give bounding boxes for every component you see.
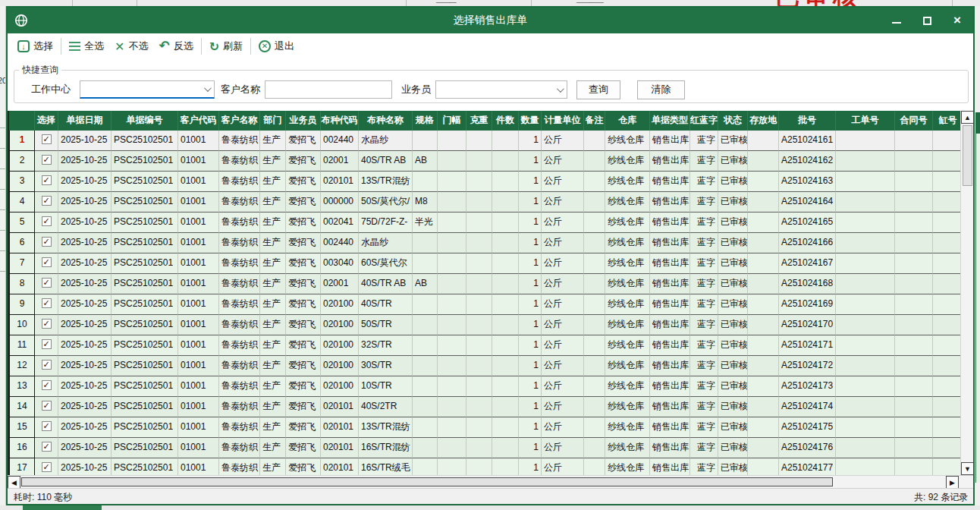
table-row[interactable]: 3✓2025-10-25PSC2510250101001鲁泰纺织生产爱招飞020… bbox=[9, 172, 960, 192]
column-header[interactable]: 批号 bbox=[779, 111, 836, 131]
row-checkbox[interactable]: ✓ bbox=[42, 216, 52, 226]
column-header[interactable]: 单据编号 bbox=[112, 111, 178, 131]
table-row[interactable]: 16✓2025-10-25PSC2510250101001鲁泰纺织生产爱招飞02… bbox=[9, 438, 960, 458]
column-header[interactable]: 客户名称 bbox=[219, 111, 260, 131]
column-header[interactable]: 规格 bbox=[413, 111, 438, 131]
row-checkbox[interactable]: ✓ bbox=[42, 175, 52, 185]
vertical-scrollbar[interactable]: ▲ ▼ bbox=[960, 111, 973, 475]
table-row[interactable]: 15✓2025-10-25PSC2510250101001鲁泰纺织生产爱招飞02… bbox=[9, 417, 960, 438]
horizontal-scrollbar[interactable]: ◀ ▶ bbox=[8, 475, 973, 488]
customer-name-input[interactable] bbox=[265, 80, 392, 99]
column-header[interactable]: 计量单位 bbox=[542, 111, 584, 131]
column-header[interactable]: 部门 bbox=[260, 111, 286, 131]
table-row[interactable]: 17✓2025-10-25PSC2510250101001鲁泰纺织生产爱招飞02… bbox=[9, 458, 960, 475]
cell-check[interactable]: ✓ bbox=[35, 438, 58, 458]
table-row[interactable]: 14✓2025-10-25PSC2510250101001鲁泰纺织生产爱招飞02… bbox=[9, 397, 960, 417]
column-header[interactable]: 缸号 bbox=[933, 111, 960, 131]
row-checkbox[interactable]: ✓ bbox=[42, 319, 52, 329]
row-checkbox[interactable]: ✓ bbox=[42, 421, 52, 431]
column-header[interactable]: 件数 bbox=[492, 111, 519, 131]
column-header[interactable]: 门幅 bbox=[438, 111, 466, 131]
row-checkbox[interactable]: ✓ bbox=[42, 196, 52, 206]
row-checkbox[interactable]: ✓ bbox=[42, 360, 52, 370]
cell-batch: A251024167 bbox=[779, 253, 836, 274]
column-header[interactable]: 备注 bbox=[584, 111, 605, 131]
cell-check[interactable]: ✓ bbox=[35, 417, 58, 438]
cell-unit: 公斤 bbox=[542, 315, 584, 335]
column-header[interactable]: 状态 bbox=[718, 111, 748, 131]
select-button[interactable]: ↓ 选择 bbox=[12, 37, 58, 55]
scroll-down-arrow[interactable]: ▼ bbox=[961, 462, 974, 475]
column-header[interactable]: 工单号 bbox=[836, 111, 895, 131]
cell-check[interactable]: ✓ bbox=[35, 356, 58, 376]
vertical-scroll-thumb[interactable] bbox=[963, 125, 972, 186]
row-checkbox[interactable]: ✓ bbox=[42, 257, 52, 267]
cell-check[interactable]: ✓ bbox=[35, 294, 58, 315]
search-button[interactable]: 查询 bbox=[576, 80, 620, 99]
cell-check[interactable]: ✓ bbox=[35, 315, 58, 335]
maximize-button[interactable] bbox=[922, 15, 932, 26]
row-checkbox[interactable]: ✓ bbox=[42, 237, 52, 247]
deselect-button[interactable]: ✕ 不选 bbox=[109, 37, 153, 56]
table-row[interactable]: 2✓2025-10-25PSC2510250101001鲁泰纺织生产爱招飞020… bbox=[9, 151, 960, 172]
cell-check[interactable]: ✓ bbox=[35, 131, 58, 151]
column-header[interactable]: 数量 bbox=[519, 111, 542, 131]
row-checkbox[interactable]: ✓ bbox=[42, 298, 52, 308]
column-header[interactable]: 存放地 bbox=[748, 111, 779, 131]
exit-button[interactable]: ✕ 退出 bbox=[253, 37, 300, 55]
scroll-left-arrow[interactable]: ◀ bbox=[8, 476, 20, 489]
table-row[interactable]: 8✓2025-10-25PSC2510250101001鲁泰纺织生产爱招飞020… bbox=[9, 274, 960, 294]
table-row[interactable]: 12✓2025-10-25PSC2510250101001鲁泰纺织生产爱招飞02… bbox=[9, 356, 960, 376]
column-header[interactable]: 单据类型 bbox=[650, 111, 690, 131]
column-header[interactable]: 业务员 bbox=[286, 111, 321, 131]
scroll-right-arrow[interactable]: ▶ bbox=[946, 476, 959, 489]
cell-check[interactable]: ✓ bbox=[35, 233, 58, 253]
row-checkbox[interactable]: ✓ bbox=[42, 339, 52, 349]
column-header[interactable]: 客户代码 bbox=[178, 111, 219, 131]
column-header[interactable]: 布种名称 bbox=[359, 111, 413, 131]
table-row[interactable]: 13✓2025-10-25PSC2510250101001鲁泰纺织生产爱招飞02… bbox=[9, 376, 960, 397]
cell-check[interactable]: ✓ bbox=[35, 212, 58, 233]
table-row[interactable]: 11✓2025-10-25PSC2510250101001鲁泰纺织生产爱招飞02… bbox=[9, 335, 960, 356]
table-row[interactable]: 7✓2025-10-25PSC2510250101001鲁泰纺织生产爱招飞003… bbox=[9, 253, 960, 274]
row-checkbox[interactable]: ✓ bbox=[42, 462, 52, 472]
column-header[interactable]: 合同号 bbox=[895, 111, 933, 131]
row-checkbox[interactable]: ✓ bbox=[42, 442, 52, 452]
column-header[interactable]: 单据日期 bbox=[58, 111, 112, 131]
table-row[interactable]: 1✓2025-10-25PSC2510250101001鲁泰纺织生产爱招飞002… bbox=[9, 131, 960, 151]
cell-check[interactable]: ✓ bbox=[35, 172, 58, 192]
row-checkbox[interactable]: ✓ bbox=[42, 278, 52, 288]
select-all-button[interactable]: 全选 bbox=[64, 37, 109, 55]
table-row[interactable]: 4✓2025-10-25PSC2510250101001鲁泰纺织生产爱招飞000… bbox=[9, 192, 960, 212]
close-button[interactable]: × bbox=[952, 15, 963, 26]
refresh-button[interactable]: ↻ 刷新 bbox=[204, 37, 248, 56]
cell-check[interactable]: ✓ bbox=[35, 397, 58, 417]
table-row[interactable]: 9✓2025-10-25PSC2510250101001鲁泰纺织生产爱招飞020… bbox=[9, 294, 960, 315]
cell-check[interactable]: ✓ bbox=[35, 335, 58, 356]
column-header[interactable]: 克重 bbox=[466, 111, 492, 131]
salesman-combobox[interactable] bbox=[435, 80, 567, 99]
cell-check[interactable]: ✓ bbox=[35, 192, 58, 212]
table-row[interactable]: 6✓2025-10-25PSC2510250101001鲁泰纺织生产爱招飞002… bbox=[9, 233, 960, 253]
cell-check[interactable]: ✓ bbox=[35, 274, 58, 294]
column-header[interactable]: 仓库 bbox=[605, 111, 650, 131]
invert-selection-button[interactable]: ↶ 反选 bbox=[153, 36, 198, 57]
row-checkbox[interactable]: ✓ bbox=[42, 380, 52, 390]
column-header[interactable]: 选择 bbox=[35, 111, 58, 131]
cell-check[interactable]: ✓ bbox=[35, 376, 58, 397]
clear-button[interactable]: 清除 bbox=[637, 80, 685, 99]
column-header[interactable]: 布种代码 bbox=[321, 111, 359, 131]
cell-check[interactable]: ✓ bbox=[35, 253, 58, 274]
row-checkbox[interactable]: ✓ bbox=[42, 401, 52, 411]
row-checkbox[interactable]: ✓ bbox=[42, 134, 52, 144]
work-center-combobox[interactable] bbox=[80, 80, 215, 99]
minimize-button[interactable] bbox=[891, 15, 902, 26]
horizontal-scroll-thumb[interactable] bbox=[21, 477, 833, 486]
row-checkbox[interactable]: ✓ bbox=[42, 155, 52, 165]
scroll-up-arrow[interactable]: ▲ bbox=[961, 111, 974, 124]
column-header[interactable]: 红蓝字 bbox=[690, 111, 718, 131]
cell-check[interactable]: ✓ bbox=[35, 458, 58, 475]
table-row[interactable]: 5✓2025-10-25PSC2510250101001鲁泰纺织生产爱招飞002… bbox=[9, 212, 960, 233]
table-row[interactable]: 10✓2025-10-25PSC2510250101001鲁泰纺织生产爱招飞02… bbox=[9, 315, 960, 335]
cell-check[interactable]: ✓ bbox=[35, 151, 58, 172]
